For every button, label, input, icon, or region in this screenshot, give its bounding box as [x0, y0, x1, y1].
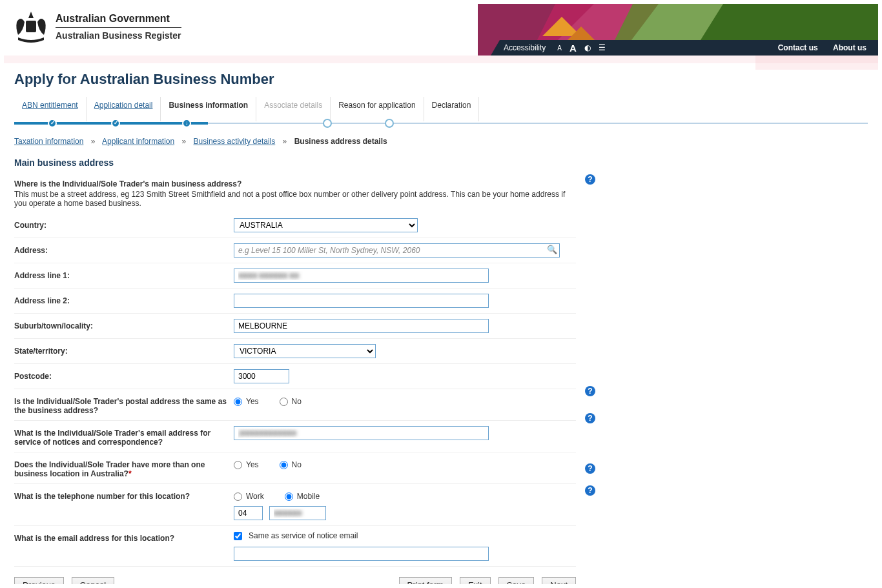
- form-buttons: Previous Cancel Print form Exit Save Nex…: [14, 567, 576, 584]
- phone-area-input[interactable]: [234, 506, 263, 520]
- print-form-button[interactable]: Print form: [399, 577, 452, 584]
- step-application-detail[interactable]: Application detail: [87, 97, 161, 121]
- previous-button[interactable]: Previous: [14, 577, 64, 584]
- svg-rect-0: [26, 21, 36, 32]
- progress-dot-2: [111, 119, 120, 128]
- state-select[interactable]: VICTORIA: [234, 344, 376, 358]
- multi-loc-yes[interactable]: [234, 461, 242, 469]
- phone-type-mobile[interactable]: [285, 492, 293, 501]
- next-button[interactable]: Next: [542, 577, 576, 584]
- crumb-applicant[interactable]: Applicant information: [102, 137, 174, 146]
- postal-same-no[interactable]: [280, 398, 288, 406]
- crumb-taxation[interactable]: Taxation information: [14, 137, 83, 146]
- help-icon-main-address[interactable]: ?: [585, 174, 595, 185]
- progress-dot-6: [385, 119, 394, 128]
- crumb-activity[interactable]: Business activity details: [194, 137, 276, 146]
- gov-title: Australian Government: [56, 13, 181, 28]
- postal-same-yes[interactable]: [234, 398, 242, 406]
- abr-title: Australian Business Register: [56, 30, 181, 41]
- pink-band-right: [755, 56, 878, 70]
- location-email-input[interactable]: [234, 547, 489, 561]
- label-email-service: What is the Individual/Sole Trader's ema…: [14, 426, 234, 447]
- label-multi-location: Does the Individual/Sole Trader have mor…: [14, 458, 234, 478]
- font-size-small[interactable]: A: [557, 45, 562, 52]
- label-address-line1: Address line 1:: [14, 269, 234, 280]
- email-service-input[interactable]: [234, 426, 489, 440]
- progress-dot-5: [323, 119, 332, 128]
- header: Australian Government Australian Busines…: [4, 4, 878, 56]
- address-line2-input[interactable]: [234, 294, 489, 308]
- aus-crest-icon: [12, 9, 50, 45]
- label-address-line2: Address line 2:: [14, 294, 234, 305]
- section-title: Main business address: [14, 157, 868, 168]
- contrast-toggle-icon[interactable]: ◐: [584, 43, 591, 52]
- step-business-information[interactable]: Business information: [161, 97, 256, 121]
- progress-bar: [14, 119, 868, 128]
- menu-icon[interactable]: ☰: [599, 43, 606, 52]
- cancel-button[interactable]: Cancel: [72, 577, 114, 584]
- pink-band: [4, 56, 878, 63]
- page-title: Apply for Australian Business Number: [14, 71, 868, 88]
- progress-dot-3: [182, 119, 191, 128]
- address-search-input[interactable]: [234, 243, 560, 258]
- question-main-address-help: This must be a street address, eg 123 Sm…: [14, 190, 576, 208]
- about-us-link[interactable]: About us: [833, 43, 867, 52]
- help-icon-email-service[interactable]: ?: [585, 386, 595, 396]
- phone-number-input[interactable]: [269, 506, 326, 520]
- font-size-large[interactable]: A: [569, 43, 577, 54]
- search-icon[interactable]: 🔍: [547, 245, 559, 256]
- country-select[interactable]: AUSTRALIA: [234, 218, 418, 232]
- phone-type-work[interactable]: [234, 492, 242, 501]
- label-suburb: Suburb/town/locality:: [14, 319, 234, 330]
- label-postal-same: Is the Individual/Sole Trader's postal a…: [14, 394, 234, 415]
- step-declaration[interactable]: Declaration: [424, 97, 480, 121]
- label-country: Country:: [14, 218, 234, 230]
- accessibility-link[interactable]: Accessibility: [504, 43, 546, 52]
- help-icon-phone[interactable]: ?: [585, 463, 595, 474]
- question-main-address: Where is the Individual/Sole Trader's ma…: [14, 179, 576, 188]
- step-abn-entitlement[interactable]: ABN entitlement: [14, 97, 87, 121]
- multi-loc-no[interactable]: [280, 461, 288, 469]
- suburb-input[interactable]: [234, 319, 489, 333]
- crumb-current: Business address details: [294, 137, 387, 146]
- help-icon-multi-location[interactable]: ?: [585, 413, 595, 423]
- same-as-notice-email-label: Same as service of notice email: [249, 531, 358, 540]
- save-button[interactable]: Save: [498, 577, 535, 584]
- label-postcode: Postcode:: [14, 369, 234, 381]
- step-tabs: ABN entitlement Application detail Busin…: [14, 97, 868, 121]
- label-state: State/territory:: [14, 344, 234, 356]
- step-associate-details: Associate details: [256, 97, 331, 121]
- top-utility-bar: Accessibility A A ◐ ☰ Contact us About u…: [491, 40, 878, 56]
- exit-button[interactable]: Exit: [460, 577, 491, 584]
- step-reason[interactable]: Reason for application: [331, 97, 424, 121]
- contact-us-link[interactable]: Contact us: [778, 43, 818, 52]
- label-phone: What is the telephone number for this lo…: [14, 489, 234, 501]
- progress-dot-1: [48, 119, 57, 128]
- label-address: Address:: [14, 243, 234, 255]
- label-email-location: What is the email address for this locat…: [14, 531, 234, 543]
- breadcrumb: Taxation information » Applicant informa…: [14, 137, 868, 146]
- same-as-notice-email-checkbox[interactable]: [234, 532, 242, 540]
- help-icon-location-email[interactable]: ?: [585, 485, 595, 496]
- address-line1-input[interactable]: [234, 269, 489, 283]
- postcode-input[interactable]: [234, 369, 289, 383]
